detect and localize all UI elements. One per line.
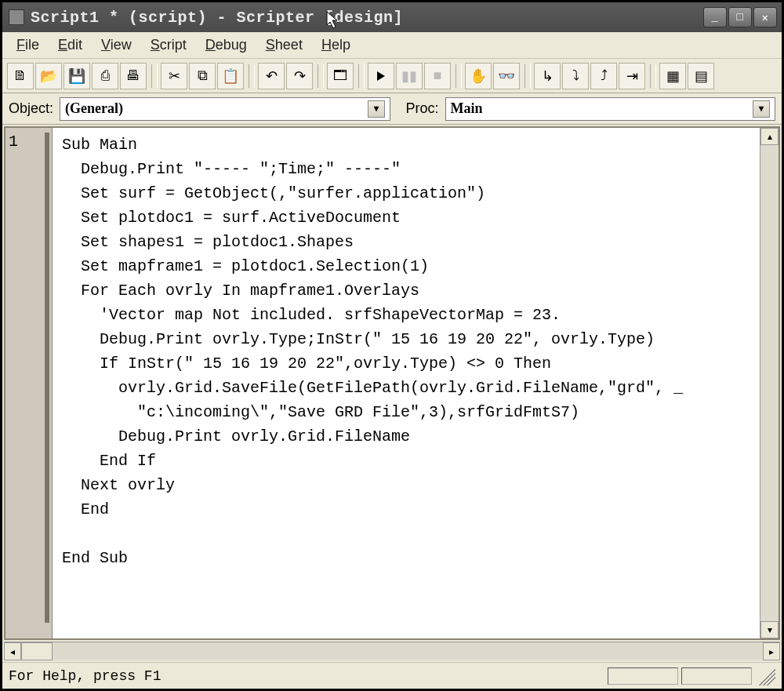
open-button[interactable]: 📂 — [35, 63, 62, 89]
toolbar: 🗎 📂 💾 ⎙ 🖶 ✂ ⧉ 📋 ↶ ↷ 🗔 ▮▮ ■ ✋ 👓 ↳ ⤵ ⤴ ⇥ ▦… — [2, 59, 782, 93]
menu-script[interactable]: Script — [141, 34, 196, 56]
proc-label: Proc: — [406, 100, 439, 117]
code-area[interactable]: Sub Main Debug.Print "----- ";Time;" ---… — [53, 128, 760, 638]
print-button[interactable]: 🖶 — [120, 63, 147, 89]
saveall-button[interactable]: ⎙ — [92, 63, 118, 89]
cut-button[interactable]: ✂ — [161, 63, 187, 89]
menu-edit[interactable]: Edit — [49, 34, 92, 56]
horizontal-scrollbar[interactable]: ◂ ▸ — [4, 642, 780, 660]
stop-icon: ■ — [434, 67, 442, 84]
status-text: For Help, press F1 — [9, 668, 604, 684]
status-well — [608, 667, 678, 685]
toolbar-sep — [318, 64, 324, 88]
run-to-button[interactable]: ⇥ — [619, 63, 645, 89]
run-button[interactable] — [368, 63, 394, 89]
paste-icon: 📋 — [222, 67, 239, 85]
menu-view[interactable]: View — [92, 34, 141, 56]
minimize-button[interactable]: _ — [703, 7, 727, 27]
step-over-button[interactable]: ⤵ — [562, 63, 589, 89]
browse-button[interactable]: 👓 — [493, 63, 520, 89]
pause-icon: ▮▮ — [401, 67, 417, 85]
toolbar-sep — [650, 64, 656, 88]
step-out-icon: ⤴ — [601, 67, 608, 84]
step-out-button[interactable]: ⤴ — [590, 63, 617, 89]
cut-icon: ✂ — [169, 67, 180, 85]
step-into-icon: ↳ — [542, 67, 554, 85]
status-bar: For Help, press F1 — [2, 662, 782, 689]
save-icon: 💾 — [68, 67, 85, 85]
chevron-down-icon: ▾ — [368, 100, 385, 118]
hand-icon: ✋ — [470, 67, 487, 85]
resize-grip-icon[interactable] — [757, 667, 775, 686]
new-button[interactable]: 🗎 — [7, 63, 34, 89]
step-into-button[interactable]: ↳ — [534, 63, 561, 89]
dialog-button[interactable]: 🗔 — [327, 63, 354, 89]
scroll-up-icon[interactable]: ▴ — [760, 128, 779, 145]
window-title: Script1 * (script) - Scripter [design] — [31, 9, 703, 27]
paste-button[interactable]: 📋 — [217, 63, 244, 89]
menu-file[interactable]: File — [7, 34, 49, 56]
toolbar-sep — [151, 64, 158, 88]
window2-button[interactable]: ▤ — [688, 63, 714, 89]
menu-debug[interactable]: Debug — [196, 34, 256, 56]
toolbar-sep — [456, 64, 462, 88]
open-icon: 📂 — [40, 67, 57, 85]
object-value: (General) — [65, 100, 367, 117]
scroll-down-icon[interactable]: ▾ — [760, 621, 779, 638]
glasses-icon: 👓 — [498, 67, 515, 85]
window2-icon: ▤ — [695, 67, 708, 85]
new-icon: 🗎 — [13, 67, 27, 84]
step-over-icon: ⤵ — [572, 67, 579, 84]
toolbar-sep — [249, 64, 255, 88]
code-editor[interactable]: 1 Sub Main Debug.Print "----- ";Time;" -… — [4, 126, 780, 640]
stop-button[interactable]: ■ — [424, 63, 451, 89]
scroll-track[interactable] — [760, 145, 779, 621]
close-button[interactable]: ✕ — [753, 7, 777, 27]
copy-button[interactable]: ⧉ — [189, 63, 216, 89]
proc-value: Main — [451, 100, 753, 117]
pause-button[interactable]: ▮▮ — [396, 63, 423, 89]
window1-button[interactable]: ▦ — [659, 63, 686, 89]
app-icon — [9, 9, 24, 25]
menubar: File Edit View Script Debug Sheet Help — [2, 32, 782, 59]
chevron-down-icon: ▾ — [753, 100, 770, 118]
save-button[interactable]: 💾 — [64, 63, 90, 89]
dialog-icon: 🗔 — [333, 67, 347, 84]
object-label: Object: — [9, 100, 53, 117]
scroll-thumb[interactable] — [21, 642, 53, 660]
print-icon: 🖶 — [126, 67, 140, 84]
scroll-left-icon[interactable]: ◂ — [4, 642, 21, 660]
redo-icon: ↷ — [294, 67, 306, 85]
scroll-right-icon[interactable]: ▸ — [763, 642, 780, 660]
selectors-bar: Object: (General) ▾ Proc: Main ▾ — [2, 93, 782, 125]
app-window: Script1 * (script) - Scripter [design] _… — [0, 0, 784, 691]
scroll-track[interactable] — [53, 642, 763, 660]
line-number: 1 — [9, 133, 18, 151]
gutter: 1 — [5, 128, 53, 638]
menu-sheet[interactable]: Sheet — [256, 34, 312, 56]
toolbar-sep — [524, 64, 531, 88]
titlebar: Script1 * (script) - Scripter [design] _… — [2, 2, 782, 32]
saveall-icon: ⎙ — [101, 67, 110, 84]
toolbar-sep — [358, 64, 365, 88]
hand-button[interactable]: ✋ — [465, 63, 492, 89]
run-icon — [375, 70, 387, 82]
margin-bar — [45, 133, 49, 623]
maximize-button[interactable]: □ — [728, 7, 752, 27]
vertical-scrollbar[interactable]: ▴ ▾ — [760, 128, 779, 638]
run-to-icon: ⇥ — [626, 67, 638, 85]
status-well — [681, 667, 752, 685]
proc-combo[interactable]: Main ▾ — [445, 97, 775, 121]
redo-button[interactable]: ↷ — [286, 63, 313, 89]
menu-help[interactable]: Help — [312, 34, 360, 56]
copy-icon: ⧉ — [198, 67, 208, 84]
undo-icon: ↶ — [266, 67, 278, 85]
object-combo[interactable]: (General) ▾ — [60, 97, 390, 121]
undo-button[interactable]: ↶ — [258, 63, 285, 89]
window-icon: ▦ — [666, 67, 680, 85]
